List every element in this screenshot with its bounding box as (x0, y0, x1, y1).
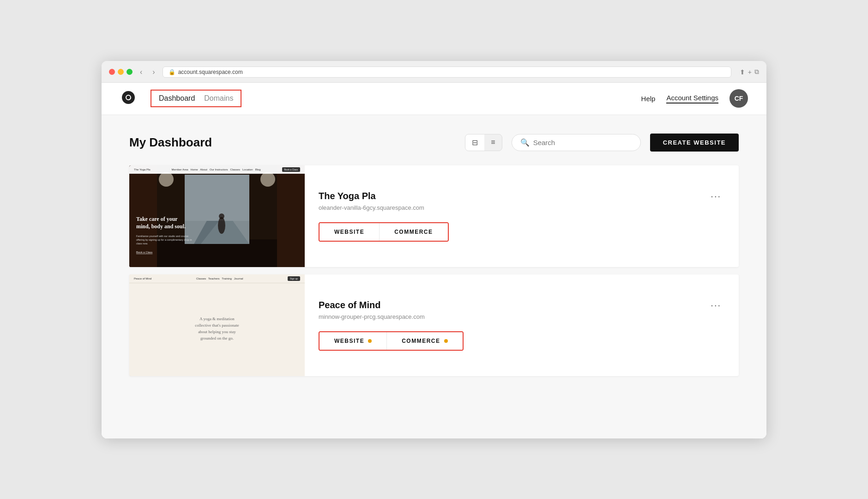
svg-text:Book a Class: Book a Class (136, 251, 152, 254)
yoga-nav-links: Member Area Home About Our Instructors C… (172, 168, 261, 171)
site-thumbnail-pom[interactable]: Peace of Mind Classes Teachers Training … (129, 274, 305, 376)
nav-items-box: Dashboard Domains (151, 90, 241, 107)
create-website-button[interactable]: CREATE WEBSITE (650, 134, 739, 152)
browser-action-buttons: ⬆ + ⧉ (740, 68, 759, 76)
nav-item-dashboard[interactable]: Dashboard (159, 94, 195, 103)
commerce-dot-pom (444, 339, 448, 343)
nav-item-domains[interactable]: Domains (204, 94, 233, 103)
avatar[interactable]: CF (729, 89, 748, 108)
site-info-pom: Peace of Mind minnow-grouper-prcg.square… (305, 274, 739, 376)
browser-chrome: ‹ › 🔒 account.squarespace.com ⬆ + ⧉ (102, 61, 766, 83)
site-card-yoga-pla: The Yoga Pla Member Area Home About Our … (129, 165, 739, 267)
svg-text:about helping you stay: about helping you stay (198, 329, 236, 334)
svg-text:class now.: class now. (136, 242, 148, 245)
address-bar[interactable]: 🔒 account.squarespace.com (163, 67, 731, 78)
yoga-thumbnail-nav: The Yoga Pla Member Area Home About Our … (129, 165, 305, 174)
commerce-button-pom[interactable]: COMMERCE (387, 332, 462, 350)
windows-button[interactable]: ⧉ (754, 68, 759, 76)
maximize-traffic-light[interactable] (127, 69, 133, 75)
pom-thumbnail-nav: Peace of Mind Classes Teachers Training … (129, 274, 305, 283)
commerce-label-yoga-pla: COMMERCE (394, 229, 433, 235)
yoga-nav-btn: Book a Class (282, 167, 300, 172)
back-button[interactable]: ‹ (137, 67, 145, 77)
site-name-pom: Peace of Mind (319, 300, 425, 310)
view-toggle: ⊟ ≡ (465, 134, 502, 151)
nav-right: Help Account Settings CF (641, 89, 748, 108)
forward-button[interactable]: › (150, 67, 157, 77)
site-card-peace-of-mind: Peace of Mind Classes Teachers Training … (129, 274, 739, 376)
yoga-nav-title: The Yoga Pla (134, 168, 151, 171)
website-label-pom: WEBSITE (334, 338, 364, 344)
pom-nav-title: Peace of Mind (134, 277, 151, 280)
site-actions-pom: WEBSITE COMMERCE (319, 331, 464, 351)
site-actions-yoga-pla: WEBSITE COMMERCE (319, 222, 449, 242)
logo[interactable] (120, 89, 137, 108)
yoga-hero-image: Take care of your mind, body and soul. F… (129, 165, 305, 267)
pom-hero-image: A yoga & meditation collective that's pa… (129, 283, 305, 376)
more-options-yoga-pla[interactable]: ··· (707, 191, 725, 201)
account-settings-link[interactable]: Account Settings (666, 94, 718, 103)
help-link[interactable]: Help (641, 95, 656, 103)
top-nav: Dashboard Domains Help Account Settings … (102, 83, 766, 115)
grid-view-button[interactable]: ⊟ (465, 134, 484, 151)
commerce-label-pom: COMMERCE (402, 338, 440, 344)
website-dot-pom (368, 339, 372, 343)
dashboard-header: My Dashboard ⊟ ≡ 🔍 CREATE WEBSITE (129, 134, 739, 152)
search-icon: 🔍 (520, 138, 530, 147)
site-thumbnail-yoga-pla[interactable]: The Yoga Pla Member Area Home About Our … (129, 165, 305, 267)
new-tab-button[interactable]: + (748, 68, 752, 76)
main-content: My Dashboard ⊟ ≡ 🔍 CREATE WEBSITE The Yo… (102, 115, 766, 438)
website-button-pom[interactable]: WEBSITE (319, 332, 387, 350)
site-info-yoga-pla: The Yoga Pla oleander-vanilla-6gcy.squar… (305, 165, 739, 267)
close-traffic-light[interactable] (109, 69, 115, 75)
commerce-button-yoga-pla[interactable]: COMMERCE (380, 223, 447, 241)
svg-text:grounded on the go.: grounded on the go. (200, 336, 234, 341)
site-url-pom: minnow-grouper-prcg.squarespace.com (319, 313, 425, 320)
svg-text:collective that's passionate: collective that's passionate (195, 323, 239, 328)
traffic-lights (109, 69, 133, 75)
url-text: account.squarespace.com (178, 69, 243, 75)
minimize-traffic-light[interactable] (118, 69, 124, 75)
site-url-yoga-pla: oleander-vanilla-6gcy.squarespace.com (319, 204, 424, 211)
browser-window: ‹ › 🔒 account.squarespace.com ⬆ + ⧉ (102, 61, 766, 438)
pom-nav-links: Classes Teachers Training Journal (196, 277, 243, 280)
svg-text:Familiarize yourself with our : Familiarize yourself with our studio and… (136, 235, 188, 237)
svg-text:Take care of your: Take care of your (136, 216, 178, 222)
pom-nav-btn: Sign up (288, 276, 300, 281)
site-name-yoga-pla: The Yoga Pla (319, 191, 424, 201)
share-button[interactable]: ⬆ (740, 68, 745, 76)
lock-icon: 🔒 (169, 69, 175, 75)
more-options-pom[interactable]: ··· (707, 300, 725, 310)
squarespace-logo-icon (120, 89, 137, 106)
search-bar: 🔍 (512, 134, 641, 151)
search-input[interactable] (533, 139, 626, 146)
app-content: Dashboard Domains Help Account Settings … (102, 83, 766, 438)
website-label-yoga-pla: WEBSITE (334, 229, 364, 235)
page-title: My Dashboard (129, 135, 212, 150)
svg-text:mind, body and soul.: mind, body and soul. (136, 223, 186, 230)
svg-text:offering by signing up for a c: offering by signing up for a complimenta… (136, 238, 192, 241)
svg-text:A yoga & meditation: A yoga & meditation (199, 316, 235, 321)
list-view-button[interactable]: ≡ (484, 134, 501, 151)
website-button-yoga-pla[interactable]: WEBSITE (319, 223, 380, 241)
